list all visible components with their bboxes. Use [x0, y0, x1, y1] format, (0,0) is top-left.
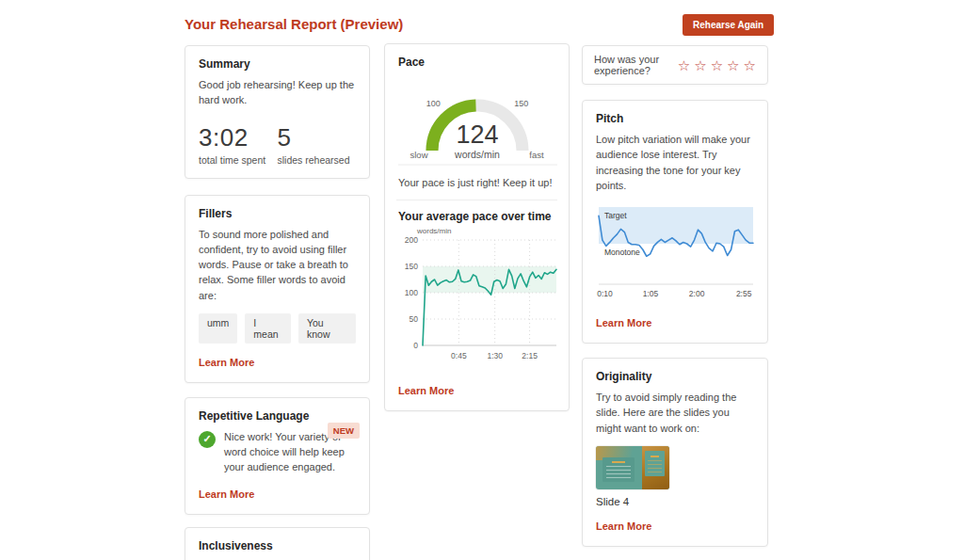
rehearse-again-button[interactable]: Rehearse Again	[683, 14, 774, 36]
star-icon[interactable]: ☆	[694, 58, 706, 72]
originality-body: Try to avoid simply reading the slide. H…	[596, 390, 754, 436]
summary-body: Good job rehearsing! Keep up the hard wo…	[199, 77, 356, 108]
svg-text:1:30: 1:30	[487, 351, 503, 360]
star-icon[interactable]: ☆	[711, 58, 723, 72]
svg-text:fast: fast	[529, 150, 544, 160]
fillers-learn-more-link[interactable]: Learn More	[199, 357, 254, 368]
repetitive-language-body: Nice work! Your variety of word choice w…	[224, 429, 345, 475]
svg-text:150: 150	[405, 262, 418, 271]
svg-text:124: 124	[456, 120, 498, 149]
svg-text:100: 100	[405, 288, 418, 297]
star-icon[interactable]: ☆	[678, 58, 690, 72]
pitch-card: Pitch Low pitch variation will make your…	[582, 100, 768, 344]
right-column: How was your experience? ☆☆☆☆☆ Pitch Low…	[582, 45, 768, 547]
svg-text:words/min: words/min	[416, 227, 451, 235]
svg-text:100: 100	[426, 99, 441, 108]
originality-card: Originality Try to avoid simply reading …	[582, 358, 768, 547]
svg-text:50: 50	[410, 314, 419, 324]
repetitive-learn-more-link[interactable]: Learn More	[199, 488, 254, 500]
svg-text:0: 0	[413, 341, 418, 350]
pace-gauge: 100 150 124 slow words/min fast	[398, 75, 555, 169]
left-column: Summary Good job rehearsing! Keep up the…	[185, 45, 370, 560]
slide-label: Slide 4	[596, 496, 754, 507]
fillers-card: Fillers To sound more polished and confi…	[185, 195, 370, 383]
check-icon: ✓	[199, 431, 216, 448]
originality-learn-more-link[interactable]: Learn More	[596, 520, 651, 532]
svg-text:slow: slow	[410, 150, 427, 160]
fillers-body: To sound more polished and confident, tr…	[199, 227, 356, 303]
svg-text:Target: Target	[604, 211, 627, 220]
total-time-stat: 3:02 total time spent	[199, 123, 278, 166]
originality-title: Originality	[596, 370, 754, 383]
filler-chip: umm	[199, 313, 237, 344]
svg-text:words/min: words/min	[454, 149, 500, 160]
svg-text:1:05: 1:05	[643, 289, 659, 298]
repetitive-language-card: Repetitive Language NEW ✓ Nice work! You…	[185, 397, 370, 515]
pace-chart-title: Your average pace over time	[398, 210, 555, 223]
svg-text:200: 200	[405, 235, 418, 245]
page-title: Your Rehearsal Report (Preview)	[185, 16, 403, 32]
filler-chip: You know	[298, 313, 356, 344]
star-icon[interactable]: ☆	[744, 58, 756, 72]
svg-text:2:15: 2:15	[522, 351, 538, 360]
pitch-learn-more-link[interactable]: Learn More	[596, 317, 651, 328]
slide-thumbnail-side-panel	[645, 451, 665, 476]
pitch-title: Pitch	[596, 112, 754, 125]
pace-learn-more-link[interactable]: Learn More	[398, 385, 454, 396]
rehearsal-report-page: Your Rehearsal Report (Preview) Rehearse…	[0, 0, 964, 560]
slides-rehearsed-stat: 5 slides rehearsed	[278, 123, 357, 166]
slides-rehearsed-label: slides rehearsed	[278, 154, 357, 166]
filler-chip: I mean	[245, 313, 291, 344]
svg-text:150: 150	[514, 99, 528, 108]
svg-text:2:00: 2:00	[689, 289, 705, 298]
summary-card: Summary Good job rehearsing! Keep up the…	[185, 45, 370, 179]
fillers-title: Fillers	[199, 207, 356, 220]
filler-chips: ummI meanYou know	[199, 313, 356, 344]
pace-over-time-chart: words/min 0501001502000:451:302:15	[398, 227, 555, 372]
repetitive-language-title: Repetitive Language	[199, 409, 356, 423]
svg-text:0:45: 0:45	[451, 351, 467, 360]
new-badge: NEW	[328, 423, 360, 439]
experience-card: How was your experience? ☆☆☆☆☆	[582, 45, 768, 85]
slide-thumbnail[interactable]	[596, 446, 669, 489]
summary-title: Summary	[199, 57, 356, 71]
pace-card: Pace 100 150 124 slow words/min fast You…	[384, 43, 570, 411]
slides-rehearsed-value: 5	[278, 123, 357, 152]
pitch-body: Low pitch variation will make your audie…	[596, 132, 754, 193]
pace-title: Pace	[398, 56, 555, 69]
inclusiveness-card: Inclusiveness Consider avoiding these te…	[185, 527, 370, 560]
experience-question: How was your experience?	[594, 54, 678, 76]
svg-text:Monotone: Monotone	[604, 248, 640, 257]
svg-text:2:55: 2:55	[736, 289, 752, 298]
total-time-value: 3:02	[199, 123, 278, 152]
summary-stats: 3:02 total time spent 5 slides rehearsed	[199, 123, 356, 166]
total-time-label: total time spent	[199, 154, 278, 166]
slide-thumbnail-text-panel	[602, 457, 635, 483]
divider	[396, 200, 557, 200]
star-rating[interactable]: ☆☆☆☆☆	[678, 58, 756, 72]
inclusiveness-title: Inclusiveness	[199, 539, 356, 552]
svg-text:0:10: 0:10	[597, 289, 613, 298]
pace-feedback: Your pace is just right! Keep it up!	[398, 175, 555, 190]
center-column: Pace 100 150 124 slow words/min fast You…	[384, 43, 570, 411]
star-icon[interactable]: ☆	[727, 58, 739, 72]
pitch-chart: Target Monotone 0:101:052:002:55	[596, 202, 754, 304]
